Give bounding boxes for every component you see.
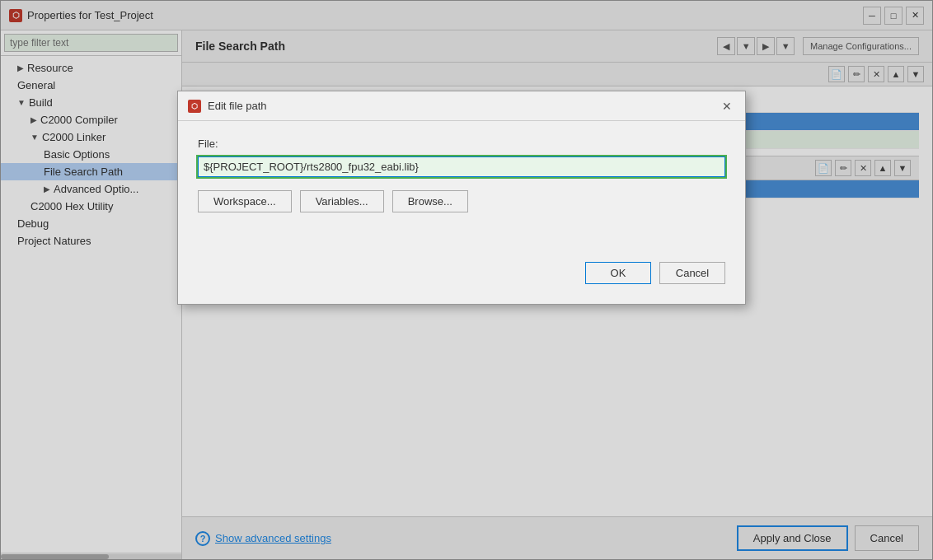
modal-body: File: Workspace... Variables... Browse..… bbox=[178, 121, 745, 304]
edit-file-path-modal: ⬡ Edit file path ✕ File: Workspace... Va… bbox=[177, 91, 746, 305]
modal-title-left: ⬡ Edit file path bbox=[188, 100, 267, 113]
modal-title-bar: ⬡ Edit file path ✕ bbox=[178, 91, 745, 121]
modal-file-label: File: bbox=[198, 138, 725, 150]
modal-close-button[interactable]: ✕ bbox=[719, 98, 735, 114]
modal-variables-button[interactable]: Variables... bbox=[300, 190, 384, 212]
modal-ok-button[interactable]: OK bbox=[585, 262, 651, 284]
modal-app-icon: ⬡ bbox=[188, 100, 201, 113]
modal-file-input[interactable] bbox=[198, 156, 725, 177]
modal-cancel-button[interactable]: Cancel bbox=[659, 262, 725, 284]
modal-buttons-row: Workspace... Variables... Browse... bbox=[198, 190, 725, 212]
modal-spacer bbox=[198, 229, 725, 262]
modal-browse-button[interactable]: Browse... bbox=[392, 190, 468, 212]
modal-overlay: ⬡ Edit file path ✕ File: Workspace... Va… bbox=[0, 0, 933, 560]
modal-title: Edit file path bbox=[208, 100, 267, 112]
modal-workspace-button[interactable]: Workspace... bbox=[198, 190, 292, 212]
modal-action-buttons: OK Cancel bbox=[198, 262, 725, 287]
